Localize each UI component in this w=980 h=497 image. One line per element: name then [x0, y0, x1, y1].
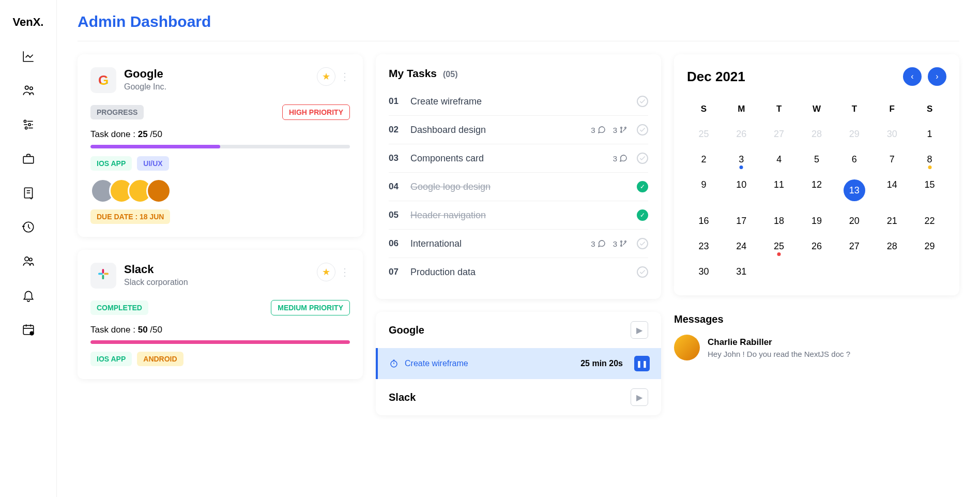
active-task-time: 25 min 20s	[580, 359, 623, 368]
svg-rect-22	[104, 273, 109, 275]
task-row[interactable]: 02Dashboard design3 3	[389, 115, 648, 144]
pause-button[interactable]: ❚❚	[634, 356, 650, 371]
svg-point-1	[29, 87, 32, 89]
nav-briefcase-icon[interactable]	[22, 152, 35, 165]
calendar-day[interactable]: 3	[725, 149, 758, 170]
calendar-day[interactable]: 12	[800, 174, 834, 206]
task-number: 05	[389, 210, 401, 220]
svg-rect-9	[23, 157, 34, 163]
nav-history-icon[interactable]	[22, 220, 35, 234]
calendar-day[interactable]: 23	[687, 236, 721, 257]
task-name: International	[410, 238, 581, 249]
messages-title: Messages	[674, 313, 959, 325]
task-check-icon[interactable]	[637, 124, 648, 135]
calendar-day[interactable]: 22	[913, 210, 946, 232]
calendar-day[interactable]: 18	[762, 210, 796, 232]
calendar-day[interactable]: 28	[875, 236, 909, 257]
calendar-day[interactable]: 14	[875, 174, 909, 206]
timer-group-name: Google	[389, 324, 424, 336]
calendar-day[interactable]: 25	[762, 236, 796, 257]
nav-settings-icon[interactable]	[22, 118, 35, 131]
message-avatar	[674, 335, 700, 360]
calendar-next-button[interactable]: ›	[928, 67, 946, 86]
calendar-day[interactable]: 10	[725, 174, 758, 206]
task-check-icon[interactable]	[637, 266, 648, 278]
calendar-day[interactable]: 1	[913, 124, 946, 145]
calendar-day[interactable]: 26	[800, 236, 834, 257]
play-button[interactable]: ▶	[631, 321, 648, 339]
calendar-month: Dec 2021	[687, 69, 745, 85]
status-badge: COMPLETED	[90, 300, 148, 315]
calendar-day[interactable]: 20	[837, 210, 871, 232]
nav-team-icon[interactable]	[22, 84, 35, 97]
status-badge: PROGRESS	[90, 105, 144, 119]
nav-calendar-icon[interactable]	[22, 323, 35, 336]
task-name: Header navigation	[410, 210, 618, 221]
calendar-day[interactable]: 17	[725, 210, 758, 232]
calendar-day[interactable]: 24	[725, 236, 758, 257]
task-row[interactable]: 04Google logo design✓	[389, 172, 648, 201]
calendar-dow: S	[913, 99, 946, 119]
tag-badge: IOS APP	[90, 352, 132, 366]
calendar-day[interactable]: 11	[762, 174, 796, 206]
calendar-day[interactable]: 8	[913, 149, 946, 170]
task-row[interactable]: 03Components card3	[389, 144, 648, 172]
task-row[interactable]: 05Header navigation✓	[389, 201, 648, 229]
calendar-day[interactable]: 27	[762, 124, 796, 145]
project-card: G Google Google Inc. ★ ⋮ PROGRESS HIGH P…	[78, 54, 363, 237]
play-button[interactable]: ▶	[631, 388, 648, 406]
star-button[interactable]: ★	[317, 67, 335, 86]
nav-users-icon[interactable]	[22, 254, 35, 268]
task-check-icon[interactable]: ✓	[637, 181, 648, 192]
calendar-day[interactable]: 13	[837, 174, 871, 206]
task-number: 02	[389, 125, 401, 135]
project-name: Slack	[124, 263, 188, 276]
task-check-icon[interactable]: ✓	[637, 209, 648, 221]
calendar-day[interactable]: 27	[837, 236, 871, 257]
more-menu-icon[interactable]: ⋮	[340, 74, 350, 79]
task-row[interactable]: 01Create wireframe	[389, 87, 648, 115]
task-check-icon[interactable]	[637, 238, 648, 249]
svg-point-13	[24, 257, 28, 261]
message-row[interactable]: Charlie RabillerHey John ! Do you read t…	[674, 335, 959, 360]
calendar-day[interactable]: 5	[800, 149, 834, 170]
calendar-day[interactable]: 25	[687, 124, 721, 145]
calendar-day[interactable]: 28	[800, 124, 834, 145]
task-number: 01	[389, 96, 401, 107]
calendar-day[interactable]: 31	[725, 261, 758, 282]
calendar-day[interactable]: 9	[687, 174, 721, 206]
task-check-icon[interactable]	[637, 96, 648, 107]
calendar-day[interactable]: 19	[800, 210, 834, 232]
project-company: Google Inc.	[124, 82, 166, 92]
calendar-day[interactable]: 16	[687, 210, 721, 232]
nav-document-icon[interactable]	[22, 186, 35, 200]
project-company: Slack corporation	[124, 278, 188, 287]
calendar-day[interactable]: 26	[725, 124, 758, 145]
calendar-day[interactable]: 29	[913, 236, 946, 257]
calendar-day[interactable]: 21	[875, 210, 909, 232]
task-number: 03	[389, 153, 401, 163]
star-button[interactable]: ★	[317, 263, 335, 281]
calendar-day[interactable]: 6	[837, 149, 871, 170]
project-card: Slack Slack corporation ★ ⋮ COMPLETED ME…	[78, 250, 363, 379]
calendar-day[interactable]: 7	[875, 149, 909, 170]
calendar-day[interactable]: 2	[687, 149, 721, 170]
calendar-day[interactable]: 4	[762, 149, 796, 170]
nav-chart-icon[interactable]	[22, 50, 35, 63]
calendar-prev-button[interactable]: ‹	[903, 67, 922, 86]
tag-badge: IOS APP	[90, 156, 132, 171]
calendar-day[interactable]: 30	[875, 124, 909, 145]
calendar-day[interactable]: 29	[837, 124, 871, 145]
svg-point-25	[621, 131, 622, 133]
task-row[interactable]: 07Production data	[389, 258, 648, 286]
calendar-day[interactable]: 30	[687, 261, 721, 282]
task-row[interactable]: 06International3 3	[389, 229, 648, 258]
nav-bell-icon[interactable]	[22, 289, 35, 302]
task-check-icon[interactable]	[637, 153, 648, 164]
calendar-day[interactable]: 15	[913, 174, 946, 206]
task-name: Production data	[410, 267, 618, 278]
more-menu-icon[interactable]: ⋮	[340, 269, 350, 275]
task-done-label: Task done : 50 /50	[90, 325, 350, 335]
messages-section: Messages Charlie RabillerHey John ! Do y…	[674, 308, 959, 360]
task-name: Components card	[410, 153, 604, 164]
